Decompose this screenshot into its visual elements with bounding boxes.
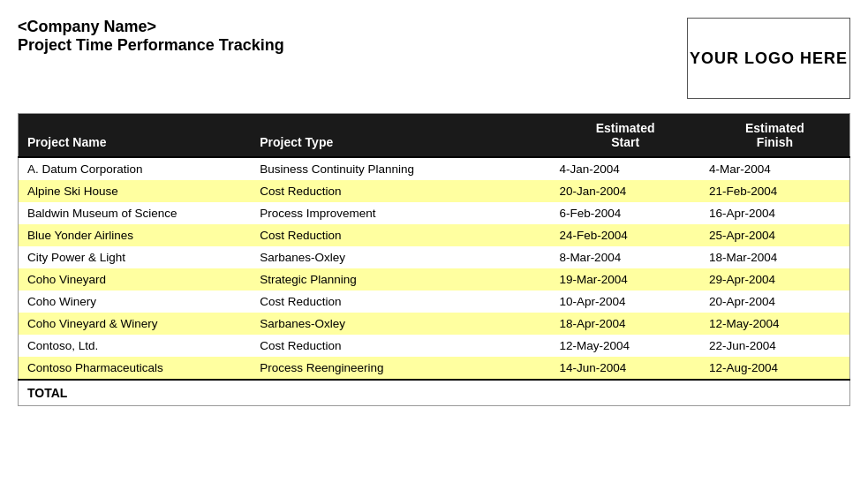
table-row: Contoso, Ltd.Cost Reduction12-May-200422… [19, 335, 850, 357]
cell-est-finish: 25-Apr-2004 [700, 224, 850, 246]
cell-project-name: Contoso, Ltd. [19, 335, 252, 357]
project-table: Project Name Project Type EstimatedStart… [18, 113, 850, 406]
cell-project-type: Process Reengineering [251, 357, 550, 380]
table-row: Blue Yonder AirlinesCost Reduction24-Feb… [19, 224, 850, 246]
total-start-cell [550, 380, 700, 406]
cell-project-type: Process Improvement [251, 202, 550, 224]
cell-est-finish: 29-Apr-2004 [700, 268, 850, 290]
col-header-est-start: EstimatedStart [550, 114, 700, 158]
cell-est-start: 20-Jan-2004 [550, 180, 700, 202]
table-body: A. Datum CorporationBusiness Continuity … [19, 157, 850, 406]
cell-project-type: Strategic Planning [251, 268, 550, 290]
cell-est-start: 4-Jan-2004 [550, 157, 700, 180]
col-header-project-type: Project Type [251, 114, 550, 158]
table-row: Coho WineryCost Reduction10-Apr-200420-A… [19, 290, 850, 313]
cell-est-finish: 4-Mar-2004 [700, 157, 850, 180]
cell-est-finish: 12-May-2004 [700, 313, 850, 335]
cell-project-name: A. Datum Corporation [19, 157, 252, 180]
cell-project-name: Alpine Ski House [19, 180, 252, 202]
cell-est-start: 12-May-2004 [550, 335, 700, 357]
company-name: <Company Name> [18, 18, 284, 36]
cell-est-finish: 20-Apr-2004 [700, 290, 850, 313]
title-block: <Company Name> Project Time Performance … [18, 18, 284, 55]
cell-est-start: 24-Feb-2004 [550, 224, 700, 246]
cell-project-type: Sarbanes-Oxley [251, 313, 550, 335]
cell-project-name: City Power & Light [19, 246, 252, 268]
cell-est-finish: 16-Apr-2004 [700, 202, 850, 224]
table-row: Coho Vineyard & WinerySarbanes-Oxley18-A… [19, 313, 850, 335]
cell-est-start: 8-Mar-2004 [550, 246, 700, 268]
cell-est-finish: 18-Mar-2004 [700, 246, 850, 268]
total-type-cell [251, 380, 550, 406]
table-container: Project Name Project Type EstimatedStart… [18, 113, 850, 406]
col-header-est-finish: EstimatedFinish [700, 114, 850, 158]
total-label: TOTAL [19, 380, 252, 406]
cell-project-name: Coho Vineyard & Winery [19, 313, 252, 335]
table-row: A. Datum CorporationBusiness Continuity … [19, 157, 850, 180]
cell-project-name: Blue Yonder Airlines [19, 224, 252, 246]
cell-project-type: Business Continuity Planning [251, 157, 550, 180]
cell-est-start: 18-Apr-2004 [550, 313, 700, 335]
cell-project-type: Cost Reduction [251, 290, 550, 313]
page-header: <Company Name> Project Time Performance … [18, 18, 850, 99]
cell-project-type: Cost Reduction [251, 335, 550, 357]
table-row: City Power & LightSarbanes-Oxley8-Mar-20… [19, 246, 850, 268]
cell-est-finish: 22-Jun-2004 [700, 335, 850, 357]
logo-placeholder: YOUR LOGO HERE [687, 18, 850, 99]
cell-est-finish: 21-Feb-2004 [700, 180, 850, 202]
total-finish-cell [700, 380, 850, 406]
cell-project-type: Cost Reduction [251, 224, 550, 246]
cell-project-type: Sarbanes-Oxley [251, 246, 550, 268]
cell-project-name: Contoso Pharmaceuticals [19, 357, 252, 380]
cell-project-type: Cost Reduction [251, 180, 550, 202]
table-row: Baldwin Museum of ScienceProcess Improve… [19, 202, 850, 224]
table-row: Coho VineyardStrategic Planning19-Mar-20… [19, 268, 850, 290]
total-row: TOTAL [19, 380, 850, 406]
col-header-project-name: Project Name [19, 114, 252, 158]
cell-est-finish: 12-Aug-2004 [700, 357, 850, 380]
table-row: Alpine Ski HouseCost Reduction20-Jan-200… [19, 180, 850, 202]
cell-project-name: Baldwin Museum of Science [19, 202, 252, 224]
table-header-row: Project Name Project Type EstimatedStart… [19, 114, 850, 158]
cell-project-name: Coho Vineyard [19, 268, 252, 290]
cell-est-start: 6-Feb-2004 [550, 202, 700, 224]
cell-project-name: Coho Winery [19, 290, 252, 313]
cell-est-start: 10-Apr-2004 [550, 290, 700, 313]
table-row: Contoso PharmaceuticalsProcess Reenginee… [19, 357, 850, 380]
cell-est-start: 14-Jun-2004 [550, 357, 700, 380]
page-title: Project Time Performance Tracking [18, 36, 284, 55]
cell-est-start: 19-Mar-2004 [550, 268, 700, 290]
